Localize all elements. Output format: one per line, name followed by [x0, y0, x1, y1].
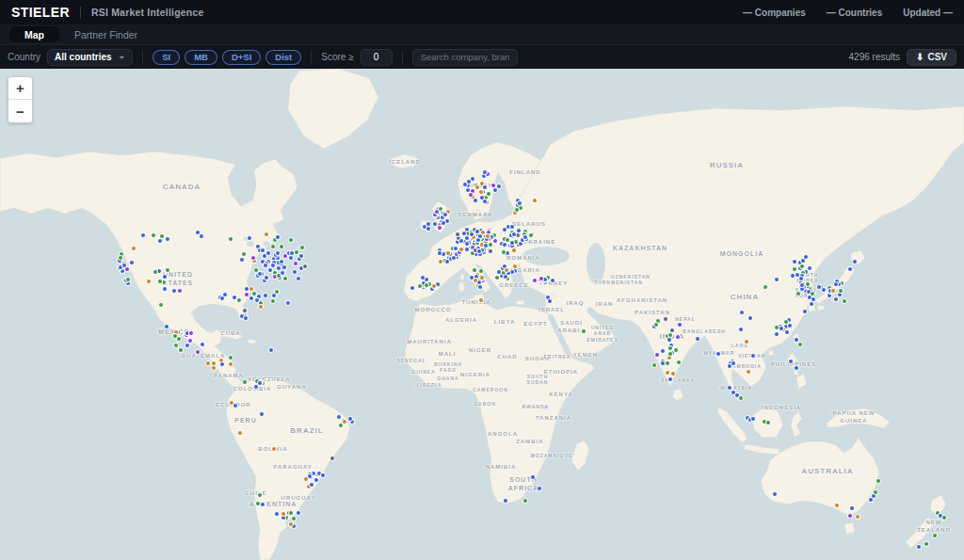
map-dot[interactable]	[501, 249, 506, 255]
map-dot[interactable]	[660, 360, 666, 366]
map-dot[interactable]	[731, 360, 736, 366]
map-dot[interactable]	[270, 244, 276, 249]
map-dot[interactable]	[275, 234, 281, 240]
map-dot[interactable]	[257, 380, 263, 386]
map-dot[interactable]	[494, 275, 500, 280]
map-dot[interactable]	[916, 544, 922, 550]
map-dot[interactable]	[165, 236, 170, 242]
map-dot[interactable]	[799, 264, 805, 269]
map-dot[interactable]	[490, 183, 496, 188]
map-dot[interactable]	[876, 478, 881, 484]
map-dot[interactable]	[118, 255, 123, 261]
map-dot[interactable]	[763, 284, 768, 290]
map-dot[interactable]	[474, 229, 480, 234]
map-dot[interactable]	[158, 302, 164, 308]
filter-pill-si[interactable]: SI	[153, 50, 180, 65]
search-input[interactable]	[412, 49, 518, 66]
map-dot[interactable]	[478, 189, 484, 195]
map-dot[interactable]	[257, 492, 263, 498]
map-dot[interactable]	[129, 260, 135, 265]
map-dot[interactable]	[228, 361, 233, 367]
map-dot[interactable]	[249, 296, 254, 301]
map-dot[interactable]	[488, 248, 493, 254]
map-dot[interactable]	[537, 486, 542, 491]
map-dot[interactable]	[834, 503, 840, 508]
map-dot[interactable]	[663, 316, 668, 322]
export-csv-button[interactable]: ⬇ CSV	[907, 49, 956, 66]
map-dot[interactable]	[329, 456, 335, 461]
map-dot[interactable]	[195, 349, 201, 355]
map-dot[interactable]	[236, 297, 242, 303]
map-dot[interactable]	[157, 279, 163, 284]
map-dot[interactable]	[504, 267, 509, 273]
map-dot[interactable]	[282, 276, 288, 281]
map-dot[interactable]	[747, 315, 753, 321]
map-dot[interactable]	[299, 245, 305, 250]
map-dot[interactable]	[670, 371, 676, 376]
map-dot[interactable]	[798, 276, 804, 281]
map-dot[interactable]	[342, 419, 347, 424]
map-dot[interactable]	[799, 282, 805, 288]
map-dot[interactable]	[125, 277, 131, 282]
map-dot[interactable]	[239, 257, 245, 263]
map-dot[interactable]	[442, 212, 448, 217]
map-dot[interactable]	[464, 235, 470, 241]
map-dot[interactable]	[667, 351, 673, 357]
map-dot[interactable]	[237, 430, 243, 436]
map-dot[interactable]	[803, 254, 809, 260]
map-dot[interactable]	[288, 237, 294, 243]
map-dot[interactable]	[302, 264, 308, 269]
map-dot[interactable]	[511, 232, 517, 237]
map-dot[interactable]	[677, 322, 683, 328]
map-dot[interactable]	[162, 274, 168, 280]
map-dot[interactable]	[528, 232, 534, 238]
map-dot[interactable]	[274, 511, 280, 517]
map-dot[interactable]	[242, 308, 248, 313]
map-dot[interactable]	[509, 240, 515, 246]
map-dot[interactable]	[276, 273, 281, 279]
map-dot[interactable]	[873, 489, 878, 495]
map-dot[interactable]	[466, 179, 472, 184]
map-dot[interactable]	[468, 192, 474, 198]
map-dot[interactable]	[140, 232, 146, 238]
map-dot[interactable]	[438, 259, 443, 264]
map-dot[interactable]	[516, 228, 522, 233]
map-dot[interactable]	[233, 403, 238, 408]
map-dot[interactable]	[336, 414, 342, 420]
map-dot[interactable]	[259, 411, 265, 417]
map-dot[interactable]	[665, 370, 670, 376]
map-dot[interactable]	[485, 233, 490, 239]
map-dot[interactable]	[855, 514, 860, 520]
map-dot[interactable]	[653, 322, 659, 328]
map-dot[interactable]	[270, 298, 276, 304]
map-dot[interactable]	[264, 232, 269, 237]
map-dot[interactable]	[675, 334, 681, 340]
map-dot[interactable]	[784, 329, 790, 335]
score-input[interactable]	[361, 49, 393, 66]
map-dot[interactable]	[673, 347, 679, 353]
map-dot[interactable]	[790, 273, 795, 279]
map-dot[interactable]	[868, 497, 874, 503]
map-dot[interactable]	[177, 288, 183, 294]
map-dot[interactable]	[833, 296, 839, 302]
map-dot[interactable]	[309, 482, 314, 488]
map-dot[interactable]	[783, 319, 789, 325]
map-dot[interactable]	[121, 263, 127, 268]
map-dot[interactable]	[178, 347, 184, 353]
map-dot[interactable]	[750, 353, 756, 359]
map-dot[interactable]	[805, 281, 811, 287]
map-dot[interactable]	[285, 300, 291, 306]
map-dot[interactable]	[816, 284, 822, 290]
map-dot[interactable]	[131, 246, 137, 251]
map-dot[interactable]	[667, 376, 673, 382]
map-dot[interactable]	[188, 330, 194, 336]
map-dot[interactable]	[320, 472, 326, 478]
map-dot[interactable]	[482, 169, 488, 175]
map-dot[interactable]	[211, 360, 217, 366]
map-dot[interactable]	[464, 241, 470, 247]
map-dot[interactable]	[477, 233, 483, 239]
map-dot[interactable]	[205, 360, 211, 366]
map-dot[interactable]	[852, 259, 858, 264]
map-dot[interactable]	[788, 359, 794, 364]
map-dot[interactable]	[538, 276, 544, 281]
